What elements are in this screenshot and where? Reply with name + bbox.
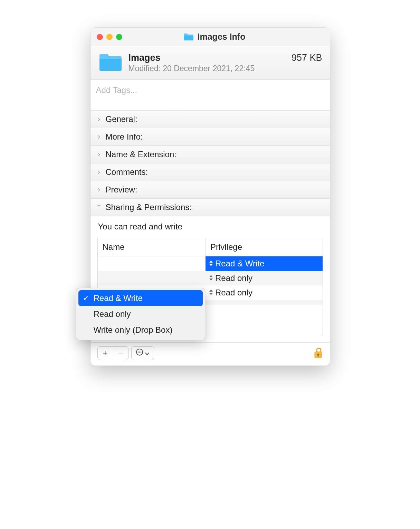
chevron-right-icon: ›: [96, 132, 102, 141]
section-more-info[interactable]: › More Info:: [90, 128, 330, 146]
section-label: General:: [106, 114, 137, 124]
privilege-value: Read & Write: [215, 259, 264, 268]
column-header-privilege[interactable]: Privilege: [206, 238, 323, 256]
file-size: 957 KB: [292, 53, 322, 63]
cell-privilege[interactable]: Read only: [206, 271, 323, 285]
table-header: Name Privilege: [98, 238, 323, 256]
stepper-icon: [209, 289, 213, 296]
ellipsis-circle-icon: [136, 348, 143, 358]
chevron-right-icon: ›: [96, 168, 102, 177]
chevron-right-icon: ›: [96, 150, 102, 159]
section-name-extension[interactable]: › Name & Extension:: [90, 146, 330, 163]
permission-summary: You can read and write: [98, 222, 322, 232]
svg-rect-6: [317, 355, 318, 357]
cell-privilege[interactable]: Read & Write: [206, 256, 323, 271]
file-header-text: Images Modified: 20 December 2021, 22:45: [128, 53, 286, 73]
table-row[interactable]: Read & Write: [98, 256, 323, 271]
svg-point-3: [140, 352, 141, 353]
titlebar-title: Images Info: [105, 32, 324, 42]
dropdown-item-label: Write only (Drop Box): [94, 325, 173, 335]
column-header-name[interactable]: Name: [98, 238, 206, 256]
svg-point-1: [137, 352, 139, 353]
folder-icon: [183, 33, 194, 41]
section-comments[interactable]: › Comments:: [90, 163, 330, 181]
info-window: Images Info Images Modified: 20 December…: [90, 28, 330, 366]
section-label: Comments:: [106, 167, 148, 177]
chevron-down-icon: [145, 349, 150, 358]
section-label: Preview:: [106, 185, 137, 195]
file-modified: Modified: 20 December 2021, 22:45: [128, 64, 286, 73]
dropdown-item-read-write[interactable]: ✓ Read & Write: [78, 290, 203, 306]
cell-privilege[interactable]: Read only: [206, 285, 323, 300]
privilege-dropdown: ✓ Read & Write Read only Write only (Dro…: [76, 288, 205, 340]
window-title-text: Images Info: [198, 32, 246, 42]
dropdown-item-read-only[interactable]: Read only: [78, 306, 203, 322]
section-label: Name & Extension:: [106, 150, 176, 159]
cell-name: [98, 261, 206, 266]
svg-point-2: [139, 352, 140, 353]
chevron-right-icon: ›: [96, 185, 102, 194]
checkmark-icon: ✓: [83, 294, 89, 303]
file-name: Images: [128, 53, 286, 63]
section-general[interactable]: › General:: [90, 111, 330, 128]
titlebar: Images Info: [90, 28, 330, 46]
stepper-icon: [209, 260, 213, 267]
action-menu-button[interactable]: [131, 346, 154, 360]
permissions-footer: + −: [90, 343, 330, 366]
section-label: Sharing & Permissions:: [106, 202, 192, 212]
chevron-down-icon: ›: [95, 204, 104, 210]
add-remove-group: + −: [97, 346, 128, 360]
stepper-icon: [209, 275, 213, 282]
section-sharing-permissions[interactable]: › Sharing & Permissions:: [90, 199, 330, 216]
close-window-button[interactable]: [97, 34, 103, 40]
tags-input[interactable]: [90, 80, 330, 110]
lock-icon[interactable]: [313, 347, 323, 359]
dropdown-item-label: Read only: [94, 309, 131, 319]
section-label: More Info:: [106, 132, 143, 142]
tags-section: [90, 80, 330, 111]
cell-name: [98, 276, 206, 281]
add-button[interactable]: +: [98, 347, 113, 360]
chevron-right-icon: ›: [96, 115, 102, 124]
table-row[interactable]: Read only: [98, 271, 323, 285]
privilege-value: Read only: [215, 273, 252, 283]
folder-icon: [98, 53, 123, 73]
privilege-value: Read only: [215, 288, 252, 297]
dropdown-item-label: Read & Write: [94, 293, 143, 303]
dropdown-item-write-only[interactable]: Write only (Drop Box): [78, 322, 203, 338]
remove-button[interactable]: −: [113, 347, 128, 360]
section-preview[interactable]: › Preview:: [90, 181, 330, 199]
file-header: Images Modified: 20 December 2021, 22:45…: [90, 46, 330, 80]
